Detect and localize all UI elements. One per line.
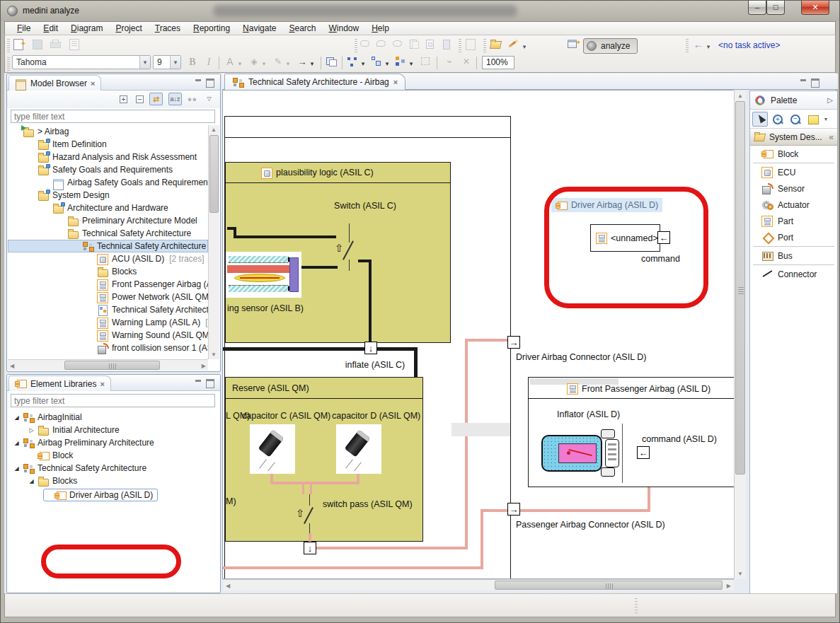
- port-right-icon[interactable]: →: [507, 503, 520, 516]
- menu-project[interactable]: Project: [109, 23, 148, 34]
- toolbar-drag-handle[interactable]: [459, 39, 461, 53]
- tree-item-technical-safety-architecture[interactable]: ◢Technical Safety Architecture: [8, 462, 219, 474]
- menu-file[interactable]: File: [11, 23, 37, 34]
- copy-note-icon[interactable]: [424, 39, 438, 52]
- maximize-editor-icon[interactable]: [810, 78, 819, 86]
- element-libraries-filter-input[interactable]: [11, 394, 215, 407]
- capacitor-c-image[interactable]: [250, 424, 295, 474]
- tree-item-front-collision-sensor-1-as[interactable]: front collision sensor 1 (AS: [8, 342, 208, 354]
- chevron-down-icon[interactable]: ▾: [170, 56, 180, 69]
- title-bar[interactable]: medini analyze – ▢ ✕: [1, 1, 839, 21]
- chevron-down-icon[interactable]: ▾: [139, 56, 150, 69]
- maximize-view-icon[interactable]: [205, 78, 214, 86]
- tree-item-preliminary-architecture-model[interactable]: Preliminary Architecture Model: [8, 214, 208, 227]
- comment-link-icon[interactable]: [391, 39, 405, 52]
- sort-alphabetical-icon[interactable]: a↓z: [168, 93, 182, 105]
- menu-diagram[interactable]: Diagram: [64, 23, 109, 34]
- maximize-button[interactable]: ▢: [766, 1, 785, 15]
- scroll-up-icon[interactable]: ▲: [737, 93, 743, 99]
- model-browser-filter-input[interactable]: [11, 110, 215, 123]
- perspective-analyze-button[interactable]: analyze: [583, 38, 638, 54]
- toolbar-drag-handle[interactable]: [355, 39, 357, 53]
- minimize-editor-icon[interactable]: [799, 78, 808, 86]
- chevron-down-icon[interactable]: ▾: [359, 58, 367, 71]
- close-icon[interactable]: ×: [100, 380, 104, 388]
- editor-hscrollbar[interactable]: ◀ ▶: [223, 579, 734, 590]
- italic-icon[interactable]: I: [202, 56, 216, 69]
- twistie-expanded-icon[interactable]: ◢: [13, 465, 20, 472]
- tree-item-block[interactable]: Block: [8, 449, 219, 462]
- palette-item-port[interactable]: Port: [750, 229, 837, 245]
- wire-segment[interactable]: [301, 266, 338, 269]
- switch-pass-symbol[interactable]: [309, 494, 310, 506]
- collapse-all-icon[interactable]: −: [133, 93, 146, 105]
- copy-appearance-icon[interactable]: [325, 56, 339, 69]
- scroll-left-icon[interactable]: ◀: [226, 583, 230, 589]
- pink-wire[interactable]: [468, 339, 510, 342]
- pink-wire[interactable]: [481, 509, 483, 569]
- validate-icon[interactable]: [464, 39, 478, 52]
- acceleration-sensor-image[interactable]: [226, 252, 301, 298]
- zoom-out-icon[interactable]: [788, 112, 803, 127]
- select-tool-icon[interactable]: [752, 112, 768, 127]
- port-down-icon[interactable]: ↓: [304, 542, 316, 554]
- model-browser-tab[interactable]: Model Browser ×: [8, 75, 101, 91]
- chevron-down-icon[interactable]: ▾: [308, 58, 316, 71]
- view-menu-icon[interactable]: ▽: [202, 93, 216, 105]
- tree-item-airbag-preliminary-architecture[interactable]: ◢Airbag Preliminary Architecture: [8, 436, 219, 449]
- palette-item-actuator[interactable]: Actuator: [750, 197, 837, 213]
- close-icon[interactable]: ×: [393, 78, 398, 86]
- notes-icon[interactable]: [440, 39, 454, 52]
- tree-item-front-passenger-airbag-a[interactable]: Front Passenger Airbag (A: [8, 278, 208, 291]
- wire-segment[interactable]: [234, 235, 336, 238]
- pink-wire[interactable]: [465, 339, 468, 549]
- maximize-view-icon[interactable]: [205, 378, 214, 386]
- line-color-icon[interactable]: ✎: [271, 56, 285, 69]
- chevron-down-icon[interactable]: ▾: [407, 58, 415, 71]
- palette-header[interactable]: Palette ▷: [750, 91, 837, 110]
- pink-wire[interactable]: [520, 509, 650, 512]
- toolbar-drag-handle[interactable]: [686, 39, 689, 53]
- twistie-expanded-icon[interactable]: ◢: [28, 478, 35, 484]
- tree-item-blocks[interactable]: Blocks: [8, 265, 208, 278]
- toolbar-drag-handle[interactable]: [483, 39, 486, 53]
- toolbar-drag-handle[interactable]: [7, 39, 10, 53]
- link-with-editor-icon[interactable]: ⇄: [149, 93, 163, 105]
- split-connector-icon[interactable]: ⌁: [442, 56, 456, 69]
- palette-item-connector[interactable]: Connector: [750, 266, 837, 282]
- scroll-down-icon[interactable]: ▼: [737, 571, 743, 577]
- back-dropdown-icon[interactable]: ▾: [704, 40, 713, 53]
- tree-item-technical-safety-architect[interactable]: Technical Safety Architect: [8, 303, 208, 316]
- fill-color-icon[interactable]: ◈: [247, 56, 261, 69]
- font-color-icon[interactable]: A: [223, 56, 237, 69]
- editor-vscrollbar[interactable]: ▲ ▼: [734, 91, 746, 579]
- chevron-down-icon[interactable]: ▾: [383, 58, 391, 71]
- scroll-down-icon[interactable]: ▼: [211, 351, 217, 358]
- tree-item-driver-airbag-asil-d[interactable]: Driver Airbag (ASIL D): [43, 489, 158, 501]
- tree-item-technical-safety-architecture[interactable]: Technical Safety Architecture: [8, 240, 208, 252]
- twistie-collapsed-icon[interactable]: ▷: [28, 427, 35, 433]
- pink-wire[interactable]: [302, 484, 304, 494]
- open-folder-icon[interactable]: [489, 39, 503, 52]
- toolbar-drag-handle[interactable]: [7, 57, 10, 71]
- zoom-in-icon[interactable]: [770, 112, 786, 127]
- note-tool-icon[interactable]: ▾: [805, 112, 829, 127]
- minimize-view-icon[interactable]: [194, 378, 203, 386]
- inflate-wire[interactable]: [223, 347, 418, 351]
- arrow-style-icon[interactable]: →: [295, 56, 309, 69]
- twistie-expanded-icon[interactable]: ◢: [13, 414, 20, 421]
- inflator-image[interactable]: [537, 424, 623, 483]
- pink-wire[interactable]: [270, 482, 359, 484]
- tree-item-blocks[interactable]: ◢Blocks: [8, 474, 219, 487]
- twistie-expanded-icon[interactable]: ◢: [13, 440, 20, 446]
- print-icon[interactable]: [49, 39, 63, 52]
- tree-item-warning-sound-asil-qm[interactable]: Warning Sound (ASIL QM): [8, 329, 208, 342]
- tree-item-warning-lamp-asil-a[interactable]: Warning Lamp (ASIL A)[2: [8, 316, 208, 329]
- close-icon[interactable]: ×: [91, 79, 95, 88]
- chevron-down-icon[interactable]: ▾: [260, 58, 268, 71]
- pink-wire[interactable]: [483, 509, 509, 512]
- palette-item-block[interactable]: Block: [750, 146, 837, 162]
- paste-icon[interactable]: [408, 39, 422, 52]
- font-name-combo[interactable]: Tahoma▾: [12, 55, 151, 69]
- switch-symbol[interactable]: [349, 260, 350, 271]
